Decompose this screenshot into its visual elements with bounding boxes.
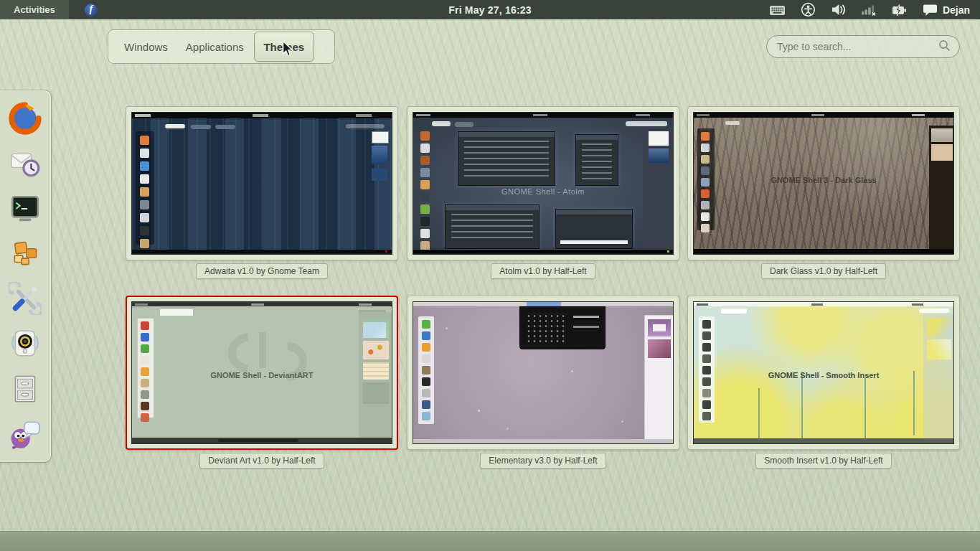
mini-topbar [694,302,953,306]
mouse-cursor [282,41,296,60]
mini-topbar [413,113,673,118]
theme-preview-adwaita [131,112,392,255]
logo-arc-right [260,334,315,389]
dock-item-firefox[interactable] [8,101,42,136]
dock-item-file-cabinet[interactable] [8,372,42,406]
mini-window-text [582,143,612,179]
sparkles [478,410,480,412]
theme-preview-smooth-insert: GNOME Shell - Smooth Insert [693,301,954,444]
calendar-lines [573,316,599,318]
user-name: Dejan [943,4,970,16]
mini-window-text [464,141,549,179]
mini-window [575,134,618,186]
mini-topbar-items [697,303,708,306]
fedora-logo-icon[interactable]: f [85,4,98,17]
mini-input-line [560,240,628,244]
mini-window-preview [648,319,671,336]
mini-topbar [132,302,392,306]
dock-item-archive-manager[interactable] [8,237,42,271]
theme-watermark: GNOME Shell - Smooth Insert [694,371,953,380]
mini-window-preview [931,128,953,142]
mini-window-preview [927,339,951,359]
clock[interactable]: Fri May 27, 16:23 [448,4,531,16]
battery-charging-icon[interactable] [892,3,908,17]
mini-window [555,209,633,249]
theme-thumbnail-smooth-insert[interactable]: GNOME Shell - Smooth Insert [687,296,960,450]
theme-preview-elementary [413,301,674,444]
mini-bottom-bar [413,250,673,254]
mini-dock-icons [701,132,710,141]
mini-window-preview [372,169,387,181]
mini-tab-pill [165,124,185,128]
dock-item-terminal[interactable] [8,192,42,226]
theme-card-smooth-insert: GNOME Shell - Smooth Insert Smooth Inser… [687,296,960,468]
theme-watermark: GNOME Shell 3 - Dark Glass [694,176,953,184]
mini-dock-icons [140,136,149,145]
user-menu[interactable]: Dejan [923,3,970,17]
tab-applications[interactable]: Applications [186,41,244,53]
keyboard-icon[interactable] [769,3,786,17]
search-input[interactable] [776,40,938,53]
mini-search [919,309,949,313]
mini-window-preview [363,319,389,338]
theme-label: Elementary v3.0 by Half-Left [480,453,606,468]
mini-sidebar-block [363,382,389,404]
preview-inner [653,324,666,331]
volume-icon[interactable] [831,3,847,17]
chat-bubble-icon [923,3,938,17]
theme-label: Deviant Art v1.0 by Half-Left [199,453,324,468]
message-tray[interactable] [0,531,980,551]
mini-bottom-bar [694,249,953,254]
flower-stems [801,374,803,438]
theme-thumbnail-adwaita[interactable] [126,106,398,260]
theme-label: Smooth Insert v1.0 by Half-Left [755,453,891,468]
mini-dock [699,316,715,423]
activities-button[interactable]: Activities [0,0,69,19]
theme-thumbnail-dark-glass[interactable]: GNOME Shell 3 - Dark Glass [687,106,960,260]
theme-label: Dark Glass v1.0 by Half-Left [761,263,886,279]
theme-card-dark-glass: GNOME Shell 3 - Dark Glass Dark Glass v1… [687,106,960,279]
fedora-f: f [89,4,93,14]
mini-tab-pill [432,121,451,126]
theme-label: Atolm v1.0 by Half-Left [491,263,595,279]
mini-search [626,121,667,126]
logo-bar [259,332,266,368]
dock-item-evolution[interactable] [8,146,42,181]
mini-calendar-dropdown [519,306,606,349]
mini-topbar [132,113,392,118]
mini-status-dot [667,250,669,253]
mini-topbar-items [416,114,430,116]
dock-item-audio-player[interactable] [8,326,42,361]
theme-thumbnail-elementary[interactable] [407,296,679,450]
theme-preview-deviant-art: GNOME Shell - DeviantART [131,301,392,444]
search-icon [938,39,951,55]
mini-window [445,204,540,249]
theme-watermark: GNOME Shell - Atolm [413,187,673,196]
mini-window-preview [372,146,387,164]
mini-bottom-bar [694,438,953,443]
mini-dock [418,316,434,424]
mini-window [458,131,555,186]
mini-dock-icons [420,131,430,141]
mini-status-dot [385,250,387,253]
network-signal-off-icon[interactable] [862,4,877,17]
mini-topbar-items [697,114,710,116]
tab-windows[interactable]: Windows [124,41,168,53]
theme-label: Adwaita v1.0 by Gnome Team [196,263,328,279]
status-area: Dejan [769,0,980,19]
mini-dock-icons [422,320,430,329]
dock-item-pidgin[interactable] [8,417,42,451]
theme-thumbnail-atolm[interactable]: GNOME Shell - Atolm [407,106,679,260]
mini-window-preview [363,341,389,359]
mini-bottom-bar [132,250,392,254]
theme-card-adwaita: Adwaita v1.0 by Gnome Team [126,106,398,279]
mini-search [346,124,385,128]
calendar-grid [526,314,566,342]
dock-item-system-tools[interactable] [8,281,42,316]
mini-topbar [694,113,953,118]
theme-thumbnail-deviant-art[interactable]: GNOME Shell - DeviantART [126,296,398,450]
mini-topbar-items [135,303,148,306]
mini-window-preview [931,144,953,161]
mini-dock [137,318,154,418]
accessibility-icon[interactable] [801,2,816,17]
